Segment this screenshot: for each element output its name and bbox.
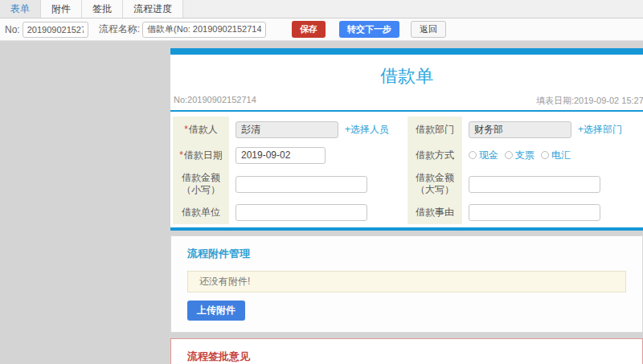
command-bar: No: 流程名称: 保存 转交下一步 返回 bbox=[0, 18, 643, 41]
no-input[interactable] bbox=[23, 22, 88, 38]
forward-next-step-button[interactable]: 转交下一步 bbox=[339, 21, 399, 38]
process-name-label: 流程名称: bbox=[99, 22, 140, 36]
tab-approval[interactable]: 签批 bbox=[82, 0, 123, 18]
radio-circle-icon bbox=[505, 151, 513, 159]
no-attachment-notice: 还没有附件! bbox=[187, 271, 626, 292]
tab-attachments[interactable]: 附件 bbox=[41, 0, 82, 18]
save-button[interactable]: 保存 bbox=[292, 21, 326, 38]
department-label: 借款部门 bbox=[408, 117, 462, 142]
form-fields: *借款人 +选择人员 借款部门 +选择部门 *借款日期 借款方式 现金 支票 bbox=[170, 112, 643, 227]
form-no-text: No:20190902152714 bbox=[174, 95, 256, 107]
main-panel: 借款单 No:20190902152714 填表日期:2019-09-02 15… bbox=[170, 48, 643, 364]
attachment-heading: 流程附件管理 bbox=[187, 247, 626, 261]
radio-wire[interactable]: 电汇 bbox=[541, 149, 571, 162]
select-person-link[interactable]: +选择人员 bbox=[345, 123, 389, 137]
amount-uppercase-label: 借款金额（大写） bbox=[408, 168, 462, 200]
upload-attachment-button[interactable]: 上传附件 bbox=[187, 301, 245, 321]
payment-method-group: 现金 支票 电汇 bbox=[462, 142, 643, 168]
loan-form-card: 借款单 No:20190902152714 填表日期:2019-09-02 15… bbox=[170, 48, 643, 231]
radio-check[interactable]: 支票 bbox=[505, 149, 534, 162]
loan-date-label: *借款日期 bbox=[173, 142, 229, 168]
required-mark: * bbox=[184, 124, 188, 135]
radio-circle-icon bbox=[541, 151, 549, 159]
form-date-text: 填表日期:2019-09-02 15:27:1 bbox=[536, 95, 643, 107]
loan-reason-label: 借款事由 bbox=[408, 200, 462, 224]
tab-form[interactable]: 表单 bbox=[0, 0, 41, 18]
amount-lowercase-label: 借款金额（小写） bbox=[173, 168, 229, 200]
radio-circle-icon bbox=[469, 151, 477, 159]
payment-method-label: 借款方式 bbox=[408, 142, 462, 168]
tab-progress[interactable]: 流程进度 bbox=[123, 0, 183, 18]
loan-reason-input[interactable] bbox=[469, 204, 600, 221]
department-input[interactable] bbox=[469, 121, 571, 138]
form-top-bar bbox=[170, 48, 643, 55]
loan-date-input[interactable] bbox=[235, 147, 326, 164]
process-name-input[interactable] bbox=[142, 22, 266, 38]
borrower-input[interactable] bbox=[235, 121, 338, 138]
tab-bar: 表单 附件 签批 流程进度 bbox=[0, 0, 643, 18]
form-title: 借款单 bbox=[170, 55, 643, 95]
loan-unit-label: 借款单位 bbox=[173, 200, 229, 224]
loan-unit-input[interactable] bbox=[235, 204, 367, 221]
amount-uppercase-input[interactable] bbox=[469, 176, 600, 193]
amount-lowercase-input[interactable] bbox=[235, 176, 367, 193]
form-meta-row: No:20190902152714 填表日期:2019-09-02 15:27:… bbox=[170, 95, 643, 110]
form-bottom-bar bbox=[170, 227, 643, 231]
approval-heading: 流程签批意见 bbox=[187, 350, 626, 364]
approval-section: 流程签批意见 B I abc bbox=[170, 338, 643, 364]
attachment-section: 流程附件管理 还没有附件! 上传附件 bbox=[170, 235, 643, 333]
back-button[interactable]: 返回 bbox=[411, 21, 446, 38]
borrower-label: *借款人 bbox=[173, 117, 229, 142]
required-mark: * bbox=[179, 149, 183, 161]
radio-cash[interactable]: 现金 bbox=[469, 149, 498, 162]
select-department-link[interactable]: +选择部门 bbox=[578, 123, 622, 137]
no-label: No: bbox=[5, 24, 20, 35]
